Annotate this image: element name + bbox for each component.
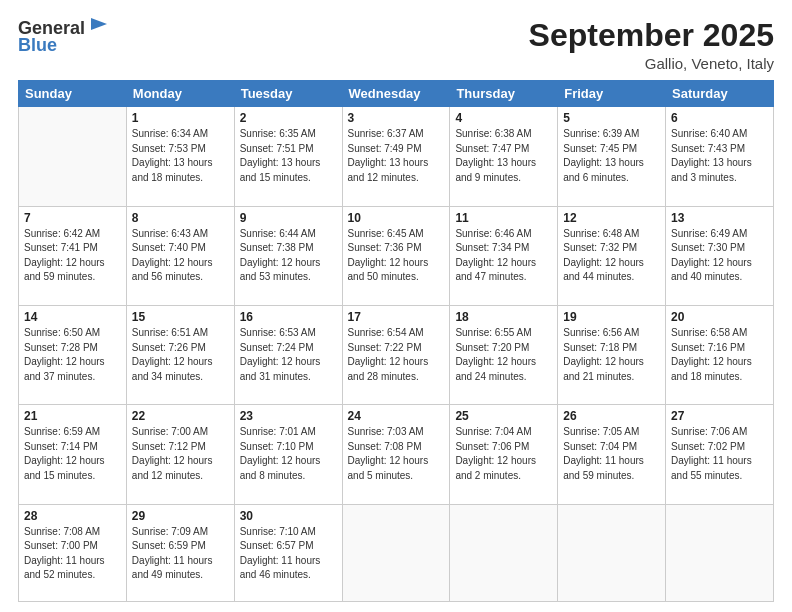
cell-info: Sunrise: 6:51 AM Sunset: 7:26 PM Dayligh… xyxy=(132,326,229,384)
cell-info: Sunrise: 6:39 AM Sunset: 7:45 PM Dayligh… xyxy=(563,127,660,185)
day-number: 1 xyxy=(132,111,229,125)
day-number: 13 xyxy=(671,211,768,225)
cell-info: Sunrise: 6:50 AM Sunset: 7:28 PM Dayligh… xyxy=(24,326,121,384)
day-number: 25 xyxy=(455,409,552,423)
table-row: 24Sunrise: 7:03 AM Sunset: 7:08 PM Dayli… xyxy=(342,405,450,504)
table-row: 28Sunrise: 7:08 AM Sunset: 7:00 PM Dayli… xyxy=(19,504,127,601)
table-row: 19Sunrise: 6:56 AM Sunset: 7:18 PM Dayli… xyxy=(558,306,666,405)
cell-info: Sunrise: 6:56 AM Sunset: 7:18 PM Dayligh… xyxy=(563,326,660,384)
cell-info: Sunrise: 6:53 AM Sunset: 7:24 PM Dayligh… xyxy=(240,326,337,384)
cell-info: Sunrise: 6:43 AM Sunset: 7:40 PM Dayligh… xyxy=(132,227,229,285)
table-row: 22Sunrise: 7:00 AM Sunset: 7:12 PM Dayli… xyxy=(126,405,234,504)
cell-info: Sunrise: 6:34 AM Sunset: 7:53 PM Dayligh… xyxy=(132,127,229,185)
day-number: 5 xyxy=(563,111,660,125)
day-number: 3 xyxy=(348,111,445,125)
svg-marker-0 xyxy=(91,18,107,30)
cell-info: Sunrise: 6:45 AM Sunset: 7:36 PM Dayligh… xyxy=(348,227,445,285)
cell-info: Sunrise: 7:00 AM Sunset: 7:12 PM Dayligh… xyxy=(132,425,229,483)
table-row: 15Sunrise: 6:51 AM Sunset: 7:26 PM Dayli… xyxy=(126,306,234,405)
day-number: 18 xyxy=(455,310,552,324)
day-number: 21 xyxy=(24,409,121,423)
page: General Blue September 2025 Gallio, Vene… xyxy=(0,0,792,612)
table-row xyxy=(19,107,127,206)
table-row: 27Sunrise: 7:06 AM Sunset: 7:02 PM Dayli… xyxy=(666,405,774,504)
day-number: 7 xyxy=(24,211,121,225)
table-row: 30Sunrise: 7:10 AM Sunset: 6:57 PM Dayli… xyxy=(234,504,342,601)
title-block: September 2025 Gallio, Veneto, Italy xyxy=(529,18,774,72)
table-row: 1Sunrise: 6:34 AM Sunset: 7:53 PM Daylig… xyxy=(126,107,234,206)
day-number: 10 xyxy=(348,211,445,225)
table-row: 3Sunrise: 6:37 AM Sunset: 7:49 PM Daylig… xyxy=(342,107,450,206)
table-row: 14Sunrise: 6:50 AM Sunset: 7:28 PM Dayli… xyxy=(19,306,127,405)
logo-flag-icon xyxy=(87,16,109,38)
table-row: 26Sunrise: 7:05 AM Sunset: 7:04 PM Dayli… xyxy=(558,405,666,504)
table-row: 8Sunrise: 6:43 AM Sunset: 7:40 PM Daylig… xyxy=(126,206,234,305)
table-row: 20Sunrise: 6:58 AM Sunset: 7:16 PM Dayli… xyxy=(666,306,774,405)
table-row xyxy=(450,504,558,601)
table-row xyxy=(666,504,774,601)
day-number: 8 xyxy=(132,211,229,225)
day-number: 11 xyxy=(455,211,552,225)
header: General Blue September 2025 Gallio, Vene… xyxy=(18,18,774,72)
cell-info: Sunrise: 6:38 AM Sunset: 7:47 PM Dayligh… xyxy=(455,127,552,185)
table-row: 12Sunrise: 6:48 AM Sunset: 7:32 PM Dayli… xyxy=(558,206,666,305)
table-row: 13Sunrise: 6:49 AM Sunset: 7:30 PM Dayli… xyxy=(666,206,774,305)
day-number: 28 xyxy=(24,509,121,523)
calendar-table: Sunday Monday Tuesday Wednesday Thursday… xyxy=(18,80,774,602)
table-row: 29Sunrise: 7:09 AM Sunset: 6:59 PM Dayli… xyxy=(126,504,234,601)
cell-info: Sunrise: 7:04 AM Sunset: 7:06 PM Dayligh… xyxy=(455,425,552,483)
day-number: 19 xyxy=(563,310,660,324)
day-number: 20 xyxy=(671,310,768,324)
table-row xyxy=(342,504,450,601)
table-row: 6Sunrise: 6:40 AM Sunset: 7:43 PM Daylig… xyxy=(666,107,774,206)
cell-info: Sunrise: 6:49 AM Sunset: 7:30 PM Dayligh… xyxy=(671,227,768,285)
cell-info: Sunrise: 7:10 AM Sunset: 6:57 PM Dayligh… xyxy=(240,525,337,583)
main-title: September 2025 xyxy=(529,18,774,53)
day-number: 26 xyxy=(563,409,660,423)
table-row: 9Sunrise: 6:44 AM Sunset: 7:38 PM Daylig… xyxy=(234,206,342,305)
day-number: 12 xyxy=(563,211,660,225)
col-thursday: Thursday xyxy=(450,81,558,107)
day-number: 22 xyxy=(132,409,229,423)
cell-info: Sunrise: 6:59 AM Sunset: 7:14 PM Dayligh… xyxy=(24,425,121,483)
cell-info: Sunrise: 7:05 AM Sunset: 7:04 PM Dayligh… xyxy=(563,425,660,483)
day-number: 9 xyxy=(240,211,337,225)
col-wednesday: Wednesday xyxy=(342,81,450,107)
table-row: 18Sunrise: 6:55 AM Sunset: 7:20 PM Dayli… xyxy=(450,306,558,405)
cell-info: Sunrise: 6:46 AM Sunset: 7:34 PM Dayligh… xyxy=(455,227,552,285)
cell-info: Sunrise: 7:03 AM Sunset: 7:08 PM Dayligh… xyxy=(348,425,445,483)
cell-info: Sunrise: 7:01 AM Sunset: 7:10 PM Dayligh… xyxy=(240,425,337,483)
calendar-header-row: Sunday Monday Tuesday Wednesday Thursday… xyxy=(19,81,774,107)
col-saturday: Saturday xyxy=(666,81,774,107)
col-tuesday: Tuesday xyxy=(234,81,342,107)
cell-info: Sunrise: 6:58 AM Sunset: 7:16 PM Dayligh… xyxy=(671,326,768,384)
cell-info: Sunrise: 6:55 AM Sunset: 7:20 PM Dayligh… xyxy=(455,326,552,384)
col-sunday: Sunday xyxy=(19,81,127,107)
day-number: 29 xyxy=(132,509,229,523)
day-number: 16 xyxy=(240,310,337,324)
day-number: 24 xyxy=(348,409,445,423)
table-row: 17Sunrise: 6:54 AM Sunset: 7:22 PM Dayli… xyxy=(342,306,450,405)
day-number: 23 xyxy=(240,409,337,423)
day-number: 4 xyxy=(455,111,552,125)
table-row: 25Sunrise: 7:04 AM Sunset: 7:06 PM Dayli… xyxy=(450,405,558,504)
table-row: 5Sunrise: 6:39 AM Sunset: 7:45 PM Daylig… xyxy=(558,107,666,206)
day-number: 6 xyxy=(671,111,768,125)
day-number: 27 xyxy=(671,409,768,423)
cell-info: Sunrise: 6:37 AM Sunset: 7:49 PM Dayligh… xyxy=(348,127,445,185)
table-row: 2Sunrise: 6:35 AM Sunset: 7:51 PM Daylig… xyxy=(234,107,342,206)
cell-info: Sunrise: 6:44 AM Sunset: 7:38 PM Dayligh… xyxy=(240,227,337,285)
table-row: 7Sunrise: 6:42 AM Sunset: 7:41 PM Daylig… xyxy=(19,206,127,305)
table-row: 10Sunrise: 6:45 AM Sunset: 7:36 PM Dayli… xyxy=(342,206,450,305)
day-number: 30 xyxy=(240,509,337,523)
subtitle: Gallio, Veneto, Italy xyxy=(529,55,774,72)
day-number: 15 xyxy=(132,310,229,324)
cell-info: Sunrise: 6:40 AM Sunset: 7:43 PM Dayligh… xyxy=(671,127,768,185)
logo: General Blue xyxy=(18,18,109,56)
day-number: 2 xyxy=(240,111,337,125)
cell-info: Sunrise: 7:08 AM Sunset: 7:00 PM Dayligh… xyxy=(24,525,121,583)
cell-info: Sunrise: 6:42 AM Sunset: 7:41 PM Dayligh… xyxy=(24,227,121,285)
table-row: 11Sunrise: 6:46 AM Sunset: 7:34 PM Dayli… xyxy=(450,206,558,305)
day-number: 17 xyxy=(348,310,445,324)
col-monday: Monday xyxy=(126,81,234,107)
